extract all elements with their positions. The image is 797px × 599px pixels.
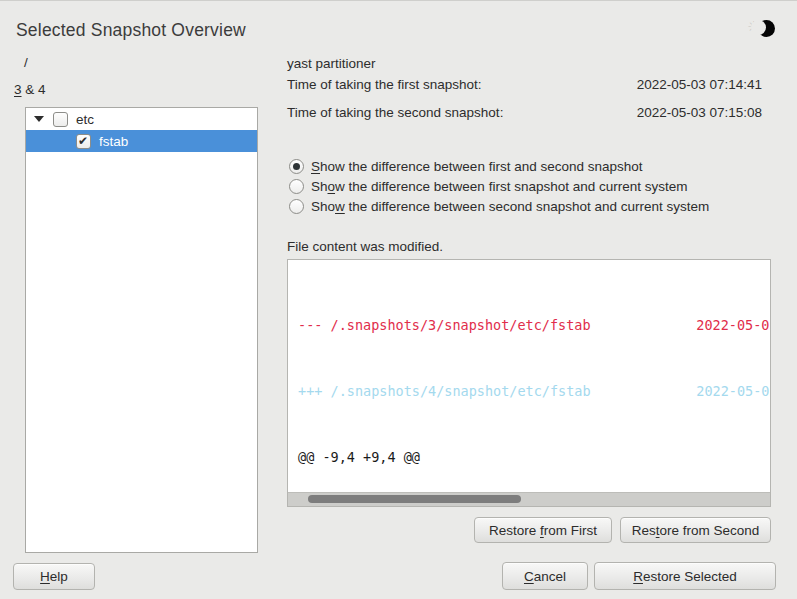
restore-selected-button[interactable]: Restore Selected xyxy=(594,562,776,590)
tree-label-fstab: fstab xyxy=(99,134,128,149)
time-second-label: Time of taking the second snapshot: xyxy=(287,105,503,120)
diff-content: --- /.snapshots/3/snapshot/etc/fstab 202… xyxy=(288,260,770,493)
snapshot-pair-key: 3 xyxy=(14,82,22,97)
subvolume-label: / xyxy=(24,55,28,70)
time-first-label: Time of taking the first snapshot: xyxy=(287,77,482,92)
page-title: Selected Snapshot Overview xyxy=(16,20,246,41)
diff-line: +++ /.snapshots/4/snapshot/etc/fstab 202… xyxy=(298,380,770,402)
snapshot-description: yast partitioner xyxy=(287,56,376,71)
time-second-value: 2022-05-03 07:15:08 xyxy=(637,105,762,120)
cancel-button[interactable]: Cancel xyxy=(502,562,588,590)
radio-diff-first-second[interactable]: Show the difference between first and se… xyxy=(289,159,642,174)
radio-icon[interactable] xyxy=(289,179,304,194)
file-tree: etc fstab xyxy=(25,107,258,553)
restore-from-second-button[interactable]: Restore from Second xyxy=(620,517,771,543)
radio-diff-second-current[interactable]: Show the difference between second snaps… xyxy=(289,199,709,214)
tree-label-etc: etc xyxy=(76,112,94,127)
horizontal-scrollbar[interactable] xyxy=(288,492,770,506)
diff-view: --- /.snapshots/3/snapshot/etc/fstab 202… xyxy=(287,259,771,507)
expander-down-icon[interactable] xyxy=(34,116,44,122)
snapshot-overview-window: Selected Snapshot Overview ☀ / 3 & 4 etc… xyxy=(0,0,797,599)
restore-from-first-button[interactable]: Restore from First xyxy=(474,517,612,543)
time-first-value: 2022-05-03 07:14:41 xyxy=(637,77,762,92)
snapshot-pair-rest: & 4 xyxy=(22,82,46,97)
tree-row-etc[interactable]: etc xyxy=(26,108,257,130)
scrollbar-thumb[interactable] xyxy=(308,495,521,503)
moon-icon xyxy=(758,20,775,37)
theme-toggle[interactable]: ☀ xyxy=(747,16,777,42)
tree-row-fstab[interactable]: fstab xyxy=(26,130,257,152)
radio-diff-first-current[interactable]: Show the difference between first snapsh… xyxy=(289,179,687,194)
help-button[interactable]: Help xyxy=(13,563,95,590)
time-second-row: Time of taking the second snapshot: 2022… xyxy=(287,105,762,120)
diff-line: @@ -9,4 +9,4 @@ xyxy=(298,446,770,468)
diff-line: --- /.snapshots/3/snapshot/etc/fstab 202… xyxy=(298,314,770,336)
snapshot-pair-link[interactable]: 3 & 4 xyxy=(14,82,46,97)
time-first-row: Time of taking the first snapshot: 2022-… xyxy=(287,77,762,92)
radio-icon[interactable] xyxy=(289,199,304,214)
status-text: File content was modified. xyxy=(287,239,443,254)
etc-checkbox[interactable] xyxy=(53,112,68,127)
fstab-checkbox[interactable] xyxy=(76,134,91,149)
radio-icon[interactable] xyxy=(289,159,304,174)
